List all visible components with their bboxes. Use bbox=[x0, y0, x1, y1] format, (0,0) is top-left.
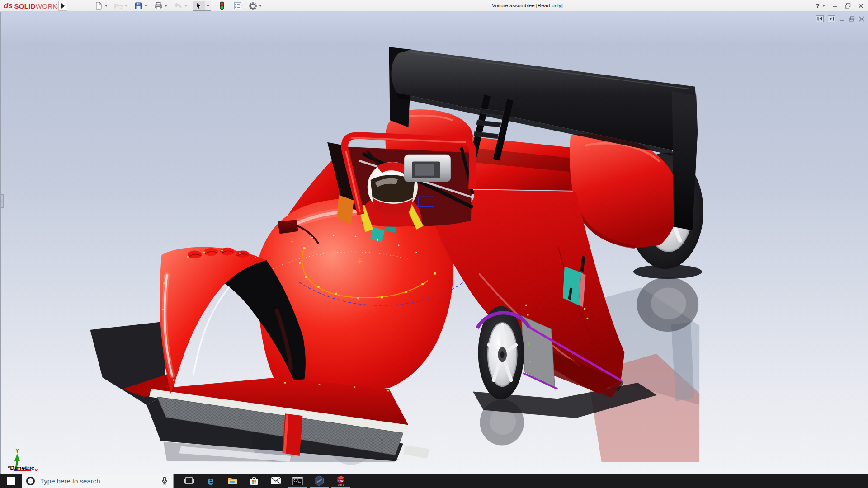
gear-icon bbox=[247, 1, 258, 11]
dropdown-caret-icon[interactable] bbox=[184, 1, 188, 11]
graphics-viewport[interactable]: Y X Z *Dimetric ‹ bbox=[0, 12, 868, 474]
search-placeholder: Type here to search bbox=[40, 477, 161, 485]
edge-icon: e bbox=[208, 476, 214, 486]
select-cursor-icon bbox=[193, 1, 205, 11]
taskbar-command-prompt[interactable]: C:\ bbox=[287, 474, 308, 488]
taskbar-mail[interactable] bbox=[265, 474, 287, 488]
solidworks-2017-icon: SW 2017 bbox=[335, 475, 346, 487]
desktop: ds SOLIDWORKS bbox=[0, 0, 868, 488]
dropdown-caret-icon[interactable] bbox=[258, 1, 263, 11]
x-axis-label: X bbox=[34, 468, 38, 471]
ds-logo-icon: ds bbox=[4, 1, 13, 10]
print-button[interactable] bbox=[153, 1, 171, 11]
document-window-controls bbox=[816, 15, 864, 22]
list-properties-icon bbox=[232, 1, 243, 11]
taskbar-store[interactable] bbox=[243, 474, 265, 488]
panel-collapse-tab[interactable]: ‹ bbox=[1, 194, 4, 208]
save-button[interactable] bbox=[133, 1, 151, 11]
svg-text:SW: SW bbox=[338, 479, 344, 483]
taskbar-search[interactable]: Type here to search bbox=[22, 474, 174, 488]
y-axis-arrow bbox=[14, 454, 20, 461]
save-icon bbox=[133, 1, 144, 11]
select-tool-button[interactable] bbox=[193, 1, 215, 11]
app-titlebar: ds SOLIDWORKS bbox=[0, 0, 868, 12]
mail-icon bbox=[270, 477, 281, 485]
doc-restore-button[interactable] bbox=[849, 16, 855, 22]
window-controls: ? bbox=[816, 0, 863, 12]
taskbar-solidworks[interactable]: SW 2017 bbox=[330, 474, 352, 488]
menu-flyout-button[interactable] bbox=[58, 1, 67, 11]
traffic-light-icon bbox=[217, 1, 227, 11]
help-button[interactable]: ? bbox=[816, 2, 820, 9]
minimize-button[interactable] bbox=[832, 3, 838, 9]
collapse-pane-left-button[interactable] bbox=[816, 15, 824, 22]
taskbar-app-icons: e bbox=[178, 474, 352, 488]
y-axis-label: Y bbox=[15, 448, 19, 454]
cortana-icon bbox=[26, 477, 35, 485]
window-title: Voiture assomblee [Read-only] bbox=[492, 3, 563, 8]
dropdown-caret-icon[interactable] bbox=[124, 1, 128, 11]
file-properties-button[interactable] bbox=[232, 1, 243, 11]
task-view-icon bbox=[184, 476, 194, 485]
taskbar-edge[interactable]: e bbox=[200, 474, 222, 488]
solidworks-logo: ds SOLIDWORKS bbox=[4, 1, 62, 10]
dropdown-caret-icon[interactable] bbox=[164, 1, 168, 11]
new-document-icon bbox=[93, 1, 104, 11]
taskbar-hex-3d-app[interactable] bbox=[308, 474, 330, 488]
command-prompt-icon: C:\ bbox=[292, 477, 303, 485]
view-orientation-label: *Dimetric bbox=[8, 465, 34, 471]
race-car-scene bbox=[1, 12, 868, 474]
close-button[interactable] bbox=[858, 3, 863, 9]
undo-icon bbox=[173, 1, 184, 11]
start-button[interactable] bbox=[0, 474, 22, 488]
arrow-right-icon bbox=[61, 3, 65, 9]
file-explorer-icon bbox=[227, 476, 238, 485]
options-button[interactable] bbox=[247, 1, 265, 11]
help-caret-icon[interactable] bbox=[822, 5, 825, 7]
microphone-icon[interactable] bbox=[161, 477, 168, 485]
taskbar-file-explorer[interactable] bbox=[222, 474, 243, 488]
svg-text:C:\: C:\ bbox=[293, 479, 299, 483]
divider bbox=[57, 0, 57, 12]
print-icon bbox=[153, 1, 164, 11]
quick-toolbar bbox=[93, 1, 267, 11]
rebuild-button[interactable] bbox=[217, 1, 227, 11]
splitter-corner bbox=[403, 446, 430, 459]
dropdown-caret-icon[interactable] bbox=[104, 1, 108, 11]
doc-close-button[interactable] bbox=[859, 16, 864, 22]
intake-inner bbox=[415, 164, 434, 175]
doc-minimize-button[interactable] bbox=[840, 16, 845, 22]
svg-text:2017: 2017 bbox=[338, 483, 344, 487]
windows-taskbar: Type here to search e bbox=[0, 474, 868, 488]
open-icon bbox=[113, 1, 124, 11]
restore-button[interactable] bbox=[845, 3, 851, 9]
dropdown-caret-icon[interactable] bbox=[205, 1, 211, 11]
new-document-button[interactable] bbox=[93, 1, 111, 11]
collapse-pane-right-button[interactable] bbox=[828, 15, 835, 22]
dropdown-caret-icon[interactable] bbox=[144, 1, 148, 11]
open-button[interactable] bbox=[113, 1, 131, 11]
store-icon bbox=[249, 476, 259, 486]
windows-logo-icon bbox=[7, 477, 15, 485]
task-view-button[interactable] bbox=[178, 474, 200, 488]
hexagon-app-icon bbox=[314, 475, 325, 486]
undo-button[interactable] bbox=[173, 1, 191, 11]
